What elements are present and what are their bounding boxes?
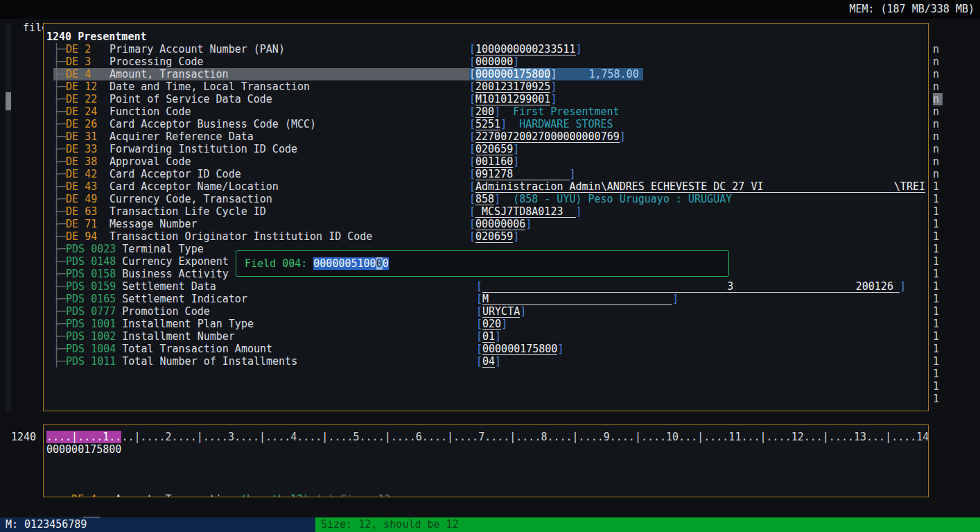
tree-connector-icon: ├─ xyxy=(53,55,66,68)
field-name: Installment Number xyxy=(122,330,235,343)
field-row[interactable]: ├─PDS 0159Settlement Data[3200126 ] xyxy=(44,280,928,293)
field-row[interactable]: ├─DE 4Amount, Transaction[000000175800]1… xyxy=(44,68,928,80)
field-value[interactable]: [858](858 - UYU) Peso Uruguayo : URUGUAY xyxy=(469,193,732,205)
field-value[interactable]: [01] xyxy=(476,330,501,343)
field-value[interactable]: [200123170925] xyxy=(469,80,557,93)
occurrence-marker: n xyxy=(933,68,948,80)
field-value[interactable]: [020] xyxy=(476,318,507,330)
field-row[interactable]: ├─DE 38Approval Code[001160] xyxy=(44,155,928,168)
field-value[interactable]: [000000175800]1,758.00 xyxy=(469,68,643,80)
memory-usage: MEM: (187 MB/338 MB) xyxy=(849,0,974,19)
field-value[interactable]: [URYCTA] xyxy=(476,305,526,318)
field-value[interactable]: [001160] xyxy=(469,155,519,168)
tree-connector-icon: ├─ xyxy=(53,293,66,305)
occurrence-marker: n xyxy=(933,43,948,55)
value-text: 000000 xyxy=(475,55,513,68)
field-name: Settlement Data xyxy=(122,280,216,293)
field-tag: PDS 0165 xyxy=(66,293,116,305)
field-row[interactable]: ├─DE 43Card Acceptor Name/Location[Admin… xyxy=(44,180,928,193)
bracket-close: ] xyxy=(570,168,576,180)
field-name: Total Transaction Amount xyxy=(122,343,272,355)
field-row[interactable]: ├─DE 42Card Acceptor ID Code[091278 ] xyxy=(44,168,928,180)
field-row[interactable]: ├─DE 24Function Code[200]First Presentme… xyxy=(44,105,928,118)
field-value[interactable]: [200]First Presentment xyxy=(469,105,620,118)
field-value[interactable]: [M] xyxy=(476,293,679,305)
value-description: (858 - UYU) Peso Uruguayo : URUGUAY xyxy=(513,193,732,205)
field-tag: DE 42 xyxy=(66,168,110,180)
field-row[interactable]: ├─DE 12Date and Time, Local Transaction[… xyxy=(44,80,928,93)
occurrence-marker: 1 xyxy=(933,330,948,343)
field-name: Card Acceptor Name/Location xyxy=(110,180,279,193)
field-row[interactable]: ├─DE 22Point of Service Data Code[M10101… xyxy=(44,93,928,105)
status-bar: M: 0123456789 Size: 12, should be 12 6fi… xyxy=(0,517,980,532)
value-text: 000000175800 xyxy=(475,68,550,80)
left-scrollbar-track[interactable] xyxy=(6,23,11,411)
value-text: 04 xyxy=(482,355,495,368)
field-row[interactable]: ├─PDS 1002Installment Number[01] xyxy=(44,330,928,343)
message-fields-panel: 1240 Presentment ├─DE 2Primary Account N… xyxy=(43,23,929,411)
tree-connector-icon: ├─ xyxy=(53,80,66,93)
field-value[interactable]: [000000175800] xyxy=(476,343,563,355)
tree-connector-icon: ├─ xyxy=(53,330,66,343)
field-value[interactable]: [5251]HARDWARE STORES xyxy=(469,118,613,130)
field-name: Currency Exponent xyxy=(122,255,229,268)
bracket-open: [ xyxy=(469,130,475,143)
field-row[interactable]: ├─PDS 1011Total Number of Installments[0… xyxy=(44,355,928,368)
value-text: 1000000000233511 xyxy=(475,43,576,55)
edit-cursor[interactable]: 0 xyxy=(376,257,383,270)
edit-value-after-cursor[interactable]: 0 xyxy=(383,257,389,270)
field-value[interactable]: [020659] xyxy=(469,230,519,243)
field-row[interactable]: ├─DE 33Forwarding Institution ID Code[02… xyxy=(44,143,928,155)
field-value[interactable]: [000000] xyxy=(469,55,519,68)
field-row[interactable]: ├─DE 71Message Number[00000006] xyxy=(44,218,928,230)
field-tag: PDS 0777 xyxy=(66,305,116,318)
field-row[interactable]: ├─PDS 1004Total Transaction Amount[00000… xyxy=(44,343,928,355)
bracket-close: ] xyxy=(495,355,501,368)
value-text: M xyxy=(482,293,489,305)
bracket-close: ] xyxy=(494,193,500,205)
field-rows-container: ├─DE 2Primary Account Number (PAN)[10000… xyxy=(44,43,928,368)
field-row[interactable]: ├─DE 49Currency Code, Transaction[858](8… xyxy=(44,193,928,205)
field-value[interactable]: [3200126 ] xyxy=(476,280,906,293)
field-name: Acquirer Reference Data xyxy=(110,130,254,143)
value-description: HARDWARE STORES xyxy=(519,118,613,130)
bracket-open: [ xyxy=(476,318,482,330)
keybinding-help-line: Type valueBSDelete left character xyxy=(3,506,237,517)
field-value[interactable]: [020659] xyxy=(469,143,519,155)
field-value[interactable]: [M10101299001] xyxy=(469,93,557,105)
field-row[interactable]: ├─DE 26Card Acceptor Business Code (MCC)… xyxy=(44,118,928,130)
field-row[interactable]: ├─PDS 0777Promotion Code[URYCTA] xyxy=(44,305,928,318)
title-bar: file20 -- 6,616,625 bytes, 10,990 record… xyxy=(0,0,980,19)
tree-connector-icon: ├─ xyxy=(53,280,66,293)
field-row[interactable]: ├─DE 94Transaction Originator Institutio… xyxy=(44,230,928,243)
field-row[interactable]: ├─PDS 0165Settlement Indicator[M] xyxy=(44,293,928,305)
field-tag: PDS 0159 xyxy=(66,280,116,293)
field-row[interactable]: ├─PDS 1001Installment Plan Type[020] xyxy=(44,318,928,330)
field-value[interactable]: [04] xyxy=(476,355,501,368)
field-value[interactable]: [1000000000233511] xyxy=(469,43,582,55)
edit-value-before-cursor[interactable]: 0000005100 xyxy=(313,257,376,270)
value-description: First Presentment xyxy=(513,105,620,118)
raw-field-value[interactable]: 000000175800 xyxy=(46,443,928,456)
field-value[interactable]: [Administracion Admin\ANDRES ECHEVESTE D… xyxy=(469,180,925,193)
field-value[interactable]: [00000006] xyxy=(469,218,532,230)
field-row[interactable]: ├─DE 63Transaction Life Cycle ID[ MCSJ7T… xyxy=(44,205,928,218)
value-underline-fill xyxy=(489,293,672,305)
field-tag: DE 38 xyxy=(66,155,110,168)
field-row[interactable]: ├─DE 3Processing Code[000000] xyxy=(44,55,928,68)
left-scrollbar-thumb[interactable] xyxy=(6,92,11,110)
field-name: Message Number xyxy=(110,218,197,230)
field-value[interactable]: [ MCSJ7TD8A0123 ] xyxy=(469,205,582,218)
field-tag: DE 49 xyxy=(66,193,110,205)
field-summary: DE 4Amount, Transaction(Length 12)(n) Si… xyxy=(46,481,928,493)
field-tag: DE 43 xyxy=(66,180,110,193)
field-row[interactable]: ├─DE 2Primary Account Number (PAN)[10000… xyxy=(44,43,928,55)
bracket-close: ] xyxy=(576,43,582,55)
bracket-open: [ xyxy=(469,80,475,93)
occurrence-marker: n xyxy=(933,105,948,118)
edit-prompt-label: Field 004: xyxy=(245,257,307,270)
field-value[interactable]: [091278 ] xyxy=(469,168,576,180)
field-value[interactable]: [22700720027000000000769] xyxy=(469,130,626,143)
field-row[interactable]: ├─DE 31Acquirer Reference Data[227007200… xyxy=(44,130,928,143)
occurrence-marker: 1 xyxy=(933,293,948,305)
